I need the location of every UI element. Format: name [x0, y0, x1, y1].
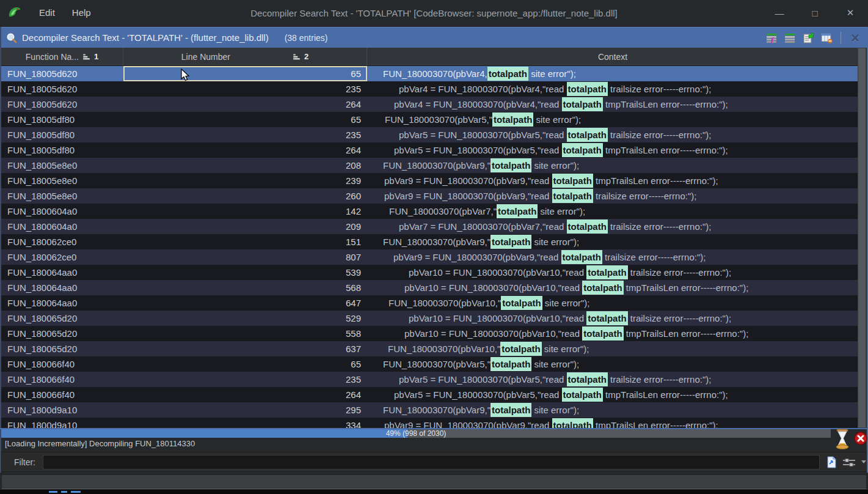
line-number-cell[interactable]: 264	[123, 387, 367, 402]
table-row[interactable]: FUN_1800604a0 209 pbVar7 = FUN_180003070…	[1, 219, 858, 234]
table-row[interactable]: FUN_18005df80 65 FUN_180003070(pbVar5,"t…	[1, 112, 858, 127]
save-filter-document-icon[interactable]	[826, 456, 837, 468]
context-cell[interactable]: FUN_180003070(pbVar9,"totalpath site err…	[367, 234, 858, 249]
line-number-cell[interactable]: 208	[123, 158, 367, 173]
table-row[interactable]: FUN_180065d20 558 pbVar10 = FUN_18000307…	[1, 326, 858, 341]
function-name-cell[interactable]: FUN_1800d9a10	[1, 418, 123, 428]
line-number-cell[interactable]: 235	[123, 127, 367, 142]
function-name-cell[interactable]: FUN_180062ce0	[1, 234, 123, 249]
table-row[interactable]: FUN_180066f40 65 FUN_180003070(pbVar5,"t…	[1, 356, 858, 372]
column-header-function-name[interactable]: Function Na... 1	[1, 48, 123, 65]
line-number-cell[interactable]: 568	[123, 280, 367, 295]
filter-options-caret-icon[interactable]	[861, 460, 866, 463]
line-number-cell[interactable]: 558	[123, 326, 367, 341]
function-name-cell[interactable]: FUN_180066f40	[1, 372, 123, 387]
maximize-button[interactable]: □	[797, 0, 833, 26]
context-cell[interactable]: FUN_180003070(pbVar7,"totalpath site err…	[367, 204, 858, 219]
function-name-cell[interactable]: FUN_18005d620	[1, 66, 123, 81]
table-row[interactable]: FUN_18005e8e0 208 FUN_180003070(pbVar9,"…	[1, 158, 858, 173]
context-cell[interactable]: pbVar9 = FUN_180003070(pbVar9,"read tota…	[367, 249, 858, 265]
context-cell[interactable]: pbVar5 = FUN_180003070(pbVar5,"read tota…	[367, 387, 858, 402]
table-row[interactable]: FUN_18005e8e0 260 pbVar9 = FUN_180003070…	[1, 188, 858, 204]
line-number-cell[interactable]: 295	[123, 402, 367, 418]
menu-help[interactable]: Help	[64, 0, 100, 26]
function-name-cell[interactable]: FUN_180065d20	[1, 311, 123, 326]
table-row[interactable]: FUN_180064aa0 568 pbVar10 = FUN_18000307…	[1, 280, 858, 295]
context-cell[interactable]: pbVar9 = FUN_180003070(pbVar9,"read tota…	[367, 418, 858, 428]
context-cell[interactable]: FUN_180003070(pbVar9,"totalpath site err…	[367, 402, 858, 418]
context-cell[interactable]: pbVar5 = FUN_180003070(pbVar5,"read tota…	[367, 372, 858, 387]
table-row[interactable]: FUN_1800d9a10 295 FUN_180003070(pbVar9,"…	[1, 402, 858, 418]
line-number-cell[interactable]: 65	[123, 66, 367, 81]
table-row[interactable]: FUN_180065d20 637 FUN_180003070(pbVar10,…	[1, 341, 858, 356]
close-panel-icon[interactable]: ✕	[848, 31, 862, 45]
table-row[interactable]: FUN_1800d9a10 334 pbVar9 = FUN_180003070…	[1, 418, 858, 428]
table-row[interactable]: FUN_18005d620 235 pbVar4 = FUN_180003070…	[1, 81, 858, 97]
filter-input[interactable]	[43, 455, 820, 470]
cancel-icon[interactable]	[854, 432, 867, 445]
filter-settings-sliders-icon[interactable]	[842, 457, 856, 468]
column-header-context[interactable]: Context	[367, 48, 858, 65]
context-cell[interactable]: pbVar10 = FUN_180003070(pbVar10,"read to…	[367, 265, 858, 280]
table-row[interactable]: FUN_180064aa0 539 pbVar10 = FUN_18000307…	[1, 265, 858, 280]
context-cell[interactable]: FUN_180003070(pbVar9,"totalpath site err…	[367, 158, 858, 173]
function-name-cell[interactable]: FUN_1800604a0	[1, 219, 123, 234]
context-cell[interactable]: pbVar10 = FUN_180003070(pbVar10,"read to…	[367, 280, 858, 295]
table-row[interactable]: FUN_18005d620 65 FUN_180003070(pbVar4,to…	[1, 66, 858, 81]
line-number-cell[interactable]: 264	[123, 97, 367, 112]
function-name-cell[interactable]: FUN_18005e8e0	[1, 173, 123, 188]
line-number-cell[interactable]: 239	[123, 173, 367, 188]
menu-edit[interactable]: Edit	[31, 0, 64, 26]
table-row[interactable]: FUN_180066f40 235 pbVar5 = FUN_180003070…	[1, 372, 858, 387]
context-cell[interactable]: FUN_180003070(pbVar10,"totalpath site er…	[367, 341, 858, 356]
function-name-cell[interactable]: FUN_18005df80	[1, 142, 123, 158]
function-name-cell[interactable]: FUN_180065d20	[1, 326, 123, 341]
minimize-button[interactable]: —	[762, 0, 797, 26]
table-row[interactable]: FUN_180066f40 264 pbVar5 = FUN_180003070…	[1, 387, 858, 402]
context-cell[interactable]: pbVar9 = FUN_180003070(pbVar9,"read tota…	[367, 173, 858, 188]
line-number-cell[interactable]: 65	[123, 356, 367, 372]
table-row[interactable]: FUN_180062ce0 807 pbVar9 = FUN_180003070…	[1, 249, 858, 265]
context-cell[interactable]: pbVar7 = FUN_180003070(pbVar7,"read tota…	[367, 219, 858, 234]
line-number-cell[interactable]: 637	[123, 341, 367, 356]
function-name-cell[interactable]: FUN_18005e8e0	[1, 188, 123, 204]
context-cell[interactable]: FUN_180003070(pbVar5,"totalpath site err…	[367, 356, 858, 372]
table-row[interactable]: FUN_18005df80 235 pbVar5 = FUN_180003070…	[1, 127, 858, 142]
context-cell[interactable]: pbVar4 = FUN_180003070(pbVar4,"read tota…	[367, 97, 858, 112]
table-row[interactable]: FUN_1800604a0 142 FUN_180003070(pbVar7,"…	[1, 204, 858, 219]
function-name-cell[interactable]: FUN_180064aa0	[1, 280, 123, 295]
line-number-cell[interactable]: 65	[123, 112, 367, 127]
context-cell[interactable]: FUN_180003070(pbVar5,"totalpath site err…	[367, 112, 858, 127]
function-name-cell[interactable]: FUN_180062ce0	[1, 249, 123, 265]
line-number-cell[interactable]: 151	[123, 234, 367, 249]
context-cell[interactable]: pbVar9 = FUN_180003070(pbVar9,"read tota…	[367, 188, 858, 204]
line-number-cell[interactable]: 807	[123, 249, 367, 265]
context-cell[interactable]: pbVar10 = FUN_180003070(pbVar10,"read to…	[367, 326, 858, 341]
line-number-cell[interactable]: 142	[123, 204, 367, 219]
table-row[interactable]: FUN_180065d20 529 pbVar10 = FUN_18000307…	[1, 311, 858, 326]
context-cell[interactable]: FUN_180003070(pbVar10,"totalpath site er…	[367, 295, 858, 311]
function-name-cell[interactable]: FUN_18005df80	[1, 127, 123, 142]
line-number-cell[interactable]: 264	[123, 142, 367, 158]
table-row[interactable]: FUN_18005d620 264 pbVar4 = FUN_180003070…	[1, 97, 858, 112]
remove-items-icon[interactable]	[821, 32, 833, 43]
context-cell[interactable]: pbVar10 = FUN_180003070(pbVar10,"read to…	[367, 311, 858, 326]
line-number-cell[interactable]: 529	[123, 311, 367, 326]
line-number-cell[interactable]: 539	[123, 265, 367, 280]
table-row[interactable]: FUN_18005e8e0 239 pbVar9 = FUN_180003070…	[1, 173, 858, 188]
function-name-cell[interactable]: FUN_180066f40	[1, 356, 123, 372]
line-number-cell[interactable]: 260	[123, 188, 367, 204]
function-name-cell[interactable]: FUN_1800d9a10	[1, 402, 123, 418]
context-cell[interactable]: pbVar4 = FUN_180003070(pbVar4,"read tota…	[367, 81, 858, 97]
function-name-cell[interactable]: FUN_180064aa0	[1, 295, 123, 311]
table-row[interactable]: FUN_18005df80 264 pbVar5 = FUN_180003070…	[1, 142, 858, 158]
line-number-cell[interactable]: 235	[123, 81, 367, 97]
function-name-cell[interactable]: FUN_18005df80	[1, 112, 123, 127]
line-number-cell[interactable]: 235	[123, 372, 367, 387]
table-function-column-icon[interactable]: f	[766, 32, 778, 43]
function-name-cell[interactable]: FUN_180064aa0	[1, 265, 123, 280]
context-cell[interactable]: pbVar5 = FUN_180003070(pbVar5,"read tota…	[367, 127, 858, 142]
line-number-cell[interactable]: 334	[123, 418, 367, 428]
function-name-cell[interactable]: FUN_180066f40	[1, 387, 123, 402]
vertical-scrollbar[interactable]	[858, 48, 866, 428]
